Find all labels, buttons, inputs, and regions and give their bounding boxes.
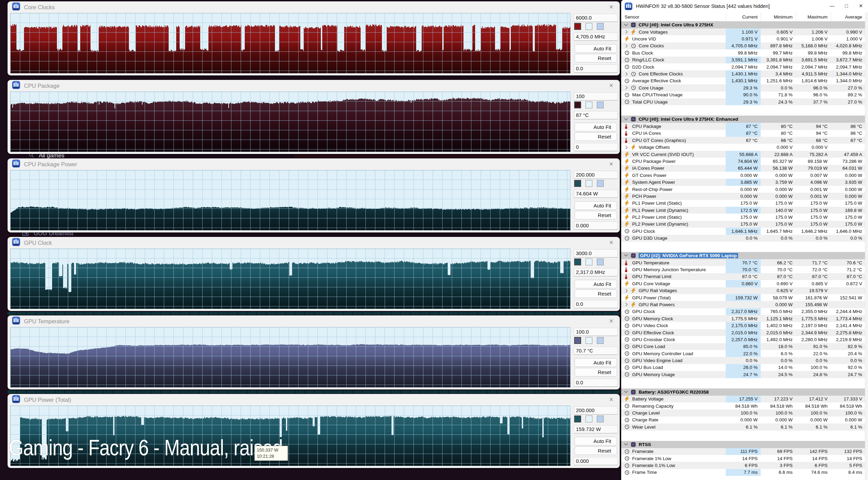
reset-button[interactable]: Reset [575,289,617,298]
graph-titlebar[interactable]: CPU Package Power [8,158,620,170]
graph-max-field[interactable]: 200.000 [574,406,618,415]
auto-fit-button[interactable]: Auto Fit [575,437,617,445]
plot-bg-color-swatch[interactable] [586,23,592,30]
expand-chevron-icon[interactable] [625,86,631,90]
sensor-row[interactable]: Remaining Capacity84.518 Wh84.518 Wh84.5… [621,403,865,409]
sensor-row[interactable]: GPU Memory Controller Load22.0 %6.0 %22.… [621,350,865,357]
graph-min-field[interactable]: 0.000 [574,457,618,465]
sensor-row[interactable]: GPU Effective Clock2,015.0 MHz2,015.0 MH… [621,329,865,336]
auto-fit-button[interactable]: Auto Fit [575,44,617,53]
sensor-row[interactable]: Core Usage29.3 %0.0 %96.0 %27.0 % [621,84,865,91]
graph-titlebar[interactable]: GPU Power (Total) [8,394,620,406]
grid-color-swatch[interactable] [597,101,604,108]
close-icon[interactable]: ✕ [607,3,615,11]
sensor-row[interactable]: PL2 Power Limit (Static)175.0 W175.0 W17… [621,214,865,220]
sensor-row[interactable]: GPU Power (Total)159.732 W58.079 W161.87… [621,294,865,301]
graph-titlebar[interactable]: GPU Temperature [8,315,620,327]
close-button[interactable]: ✕ [854,0,868,12]
sensor-row[interactable]: GPU Clock2,317.0 MHz765.0 MHz2,355.0 MHz… [621,308,865,315]
sensor-row[interactable]: GPU Core Voltage0.860 V0.690 V0.885 V0.8… [621,280,865,287]
sensor-row[interactable]: VR VCC Current (SVID IOUT)55.688 A22.688… [621,151,865,158]
expand-chevron-icon[interactable] [625,145,631,149]
grid-color-swatch[interactable] [597,180,604,187]
graph-titlebar[interactable]: CPU Package [8,80,620,92]
graph-color-swatch[interactable] [574,23,581,30]
graph-color-swatch[interactable] [574,101,581,108]
close-icon[interactable]: ✕ [607,82,615,89]
sensor-row[interactable]: Uncore VID0.971 V0.901 V1.006 V1.000 V [621,35,865,42]
sensor-section-header[interactable]: GPU [#2]: NVIDIA GeForce RTX 5090 Laptop [621,252,865,259]
graph-max-field[interactable]: 6000.0 [574,14,618,22]
expand-chevron-icon[interactable] [625,289,631,293]
graph-min-field[interactable]: 0.0 [574,379,618,387]
sensor-row[interactable]: GT Cores Power0.000 W0.000 W0.007 W0.000… [621,172,865,179]
graph-max-field[interactable]: 100 [574,92,618,100]
sensor-row[interactable]: Rest-of-Chip Power0.000 W0.000 W0.001 W0… [621,186,865,193]
reset-button[interactable]: Reset [575,446,617,455]
graph-max-field[interactable]: 3000.0 [574,249,618,257]
expand-chevron-icon[interactable] [625,44,631,48]
graph-max-field[interactable]: 200.000 [574,171,618,179]
sensor-row[interactable]: IA Cores Power65.444 W56.138 W79.019 W64… [621,165,865,172]
maximize-button[interactable]: □ [839,0,854,12]
graph-titlebar[interactable]: Core Clocks [8,1,620,13]
grid-color-swatch[interactable] [597,23,604,30]
sensor-row[interactable]: PL1 Power Limit (Dynamic)172.5 W140.0 W1… [621,207,865,214]
graph-color-swatch[interactable] [574,416,581,422]
sensor-row[interactable]: GPU Crossbar Clock2,257.0 MHz1,492.0 MHz… [621,336,865,343]
graph-min-field[interactable]: 0.0 [574,300,618,308]
plot-bg-color-swatch[interactable] [586,337,592,344]
auto-fit-button[interactable]: Auto Fit [575,123,617,131]
sensor-row[interactable]: Framerate111 FPS69 FPS142 FPS132 FPS [621,448,865,455]
reset-button[interactable]: Reset [575,54,617,62]
sensor-row[interactable]: GPU Thermal Limit87.0 °C87.0 °C87.0 °C87… [621,273,865,280]
graph-min-field[interactable]: 0.000 [574,221,618,230]
sensor-row[interactable]: CPU IA Cores87 °C80 °C94 °C86 °C [621,130,865,137]
sensor-row[interactable]: Total CPU Usage29.3 %24.3 %37.7 %27.0 % [621,98,865,105]
reset-button[interactable]: Reset [575,368,617,376]
sensor-row[interactable]: CPU GT Cores (Graphics)67 °C66 °C68 °C67… [621,137,865,144]
grid-color-swatch[interactable] [597,259,604,265]
sensor-row[interactable]: GPU Temperature70.7 °C66.2 °C71.7 °C70.6… [621,259,865,266]
sensor-row[interactable]: GPU D3D Usage0.0 %0.0 %0.0 %0.0 % [621,235,865,242]
sensor-row[interactable]: Voltage Offsets0.000 V0.000 V [621,144,865,151]
sensor-row[interactable]: GPU Video Engine Load0.0 %0.0 %0.0 %0.0 … [621,357,865,364]
collapse-chevron-icon[interactable] [621,443,631,446]
sensor-row[interactable]: Core Clocks4,705.0 MHz897.8 MHz5,188.0 M… [621,43,865,49]
sensor-row[interactable]: GPU Core Load85.0 %18.0 %91.0 %82.9 % [621,343,865,350]
sensor-row[interactable]: CPU Package87 °C80 °C94 °C86 °C [621,123,865,130]
graph-color-swatch[interactable] [574,337,581,344]
auto-fit-button[interactable]: Auto Fit [575,358,617,367]
auto-fit-button[interactable]: Auto Fit [575,280,617,288]
sensor-row[interactable]: Max CPU/Thread Usage90.0 %71.8 %96.0 %89… [621,92,865,98]
sensor-row[interactable]: PCH Power0.000 W0.000 W0.001 W0.000 W [621,193,865,200]
sensor-row[interactable]: GPU Bus Load26.0 %14.0 %100.0 %92.0 % [621,364,865,371]
sensor-row[interactable]: Ring/LLC Clock3,591.1 MHz3,391.8 MHz3,69… [621,57,865,63]
minimize-button[interactable]: — [825,0,839,12]
sensor-row[interactable]: Wear Level6.1 %6.1 %6.1 %6.1 % [621,423,865,430]
close-icon[interactable]: ✕ [607,239,615,247]
graph-min-field[interactable]: 0.0 [574,64,618,73]
grid-color-swatch[interactable] [597,337,604,344]
sensor-row[interactable]: Core Voltages1.100 V0.605 V1.206 V0.990 … [621,28,865,35]
reset-button[interactable]: Reset [575,211,617,219]
sensor-row[interactable]: GPU Memory Junction Temperature70.0 °C70… [621,266,865,273]
grid-color-swatch[interactable] [597,416,604,422]
sensor-row[interactable]: PL2 Power Limit (Dynamic)175.0 W175.0 W1… [621,221,865,228]
sensor-row[interactable]: CPU Package Power74.604 W65.327 W89.158 … [621,158,865,165]
graph-color-swatch[interactable] [574,180,581,187]
sensor-row[interactable]: GPU Rail Powers0.000 W155.498 W [621,301,865,308]
sensor-row[interactable]: D2D Clock2,094.7 MHz2,094.7 MHz2,094.7 M… [621,63,865,70]
expand-chevron-icon[interactable] [625,72,631,76]
sensor-row[interactable]: Framerate 0.1% Low6 FPS3 FPS6 FPS5 FPS [621,462,865,469]
plot-bg-color-swatch[interactable] [586,416,592,422]
sensor-row[interactable]: GPU Clock1,646.1 MHz1,645.7 MHz1,646.2 M… [621,228,865,235]
sensor-section-header[interactable]: Battery: AS3GYFG3KC R220358 [621,388,865,396]
reset-button[interactable]: Reset [575,132,617,141]
plot-bg-color-swatch[interactable] [586,259,592,265]
sensor-row[interactable]: Frame Time7.7 ms6.6 ms74.6 ms8.4 ms [621,469,865,476]
graph-color-swatch[interactable] [574,259,581,265]
sensor-row[interactable]: Charge Rate0.000 W0.000 W0.000 W0.000 W [621,417,865,423]
sensor-section-header[interactable]: CPU [#0]: Intel Core Ultra 9 275HX [621,21,865,28]
graph-max-field[interactable]: 100.0 [574,328,618,336]
